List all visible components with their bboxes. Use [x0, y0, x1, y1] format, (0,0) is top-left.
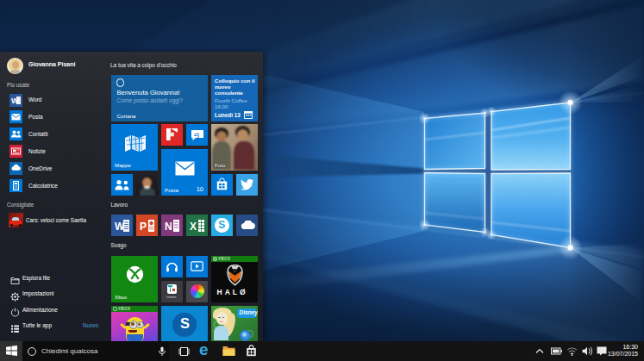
svg-text:P: P [140, 221, 147, 233]
svg-text:X: X [190, 221, 197, 233]
svg-text:=): =) [194, 131, 199, 138]
svg-text:W: W [115, 221, 125, 233]
svg-text:N: N [165, 221, 172, 233]
svg-text:W: W [11, 96, 19, 105]
